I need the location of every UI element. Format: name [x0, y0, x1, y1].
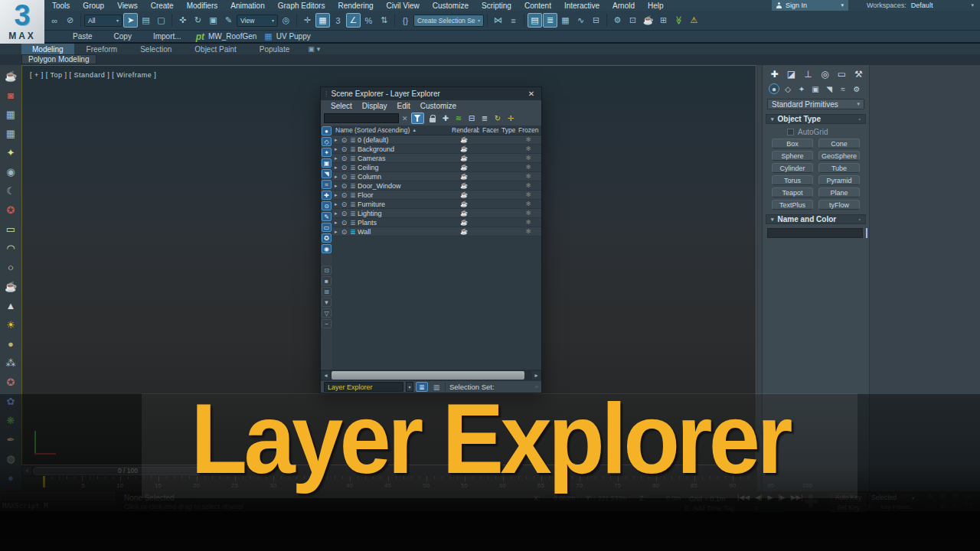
orbit-icon[interactable]: ↻ — [949, 502, 962, 511]
scroll-right-icon[interactable]: ▸ — [532, 371, 541, 380]
chevrons-icon[interactable]: ≫ — [671, 13, 686, 28]
layer-explorer-icon[interactable]: ≣ — [543, 13, 557, 28]
autogrid-checkbox[interactable] — [787, 129, 794, 135]
cat-shapes[interactable]: ◇ — [782, 83, 793, 94]
create-selection-set-dropdown[interactable]: Create Selection Se▾ — [413, 15, 484, 27]
track-bar[interactable]: 5101520253035404550556065707580859095100 — [21, 476, 756, 491]
chevron-down-icon[interactable]: ▾ — [406, 382, 413, 392]
state-sets-icon[interactable]: ⊞ — [656, 13, 671, 28]
menu-modifiers[interactable]: Modifiers — [187, 2, 218, 10]
display-spacewarps-toggle[interactable]: ≈ — [322, 180, 332, 189]
column-header-faces[interactable]: Faces — [479, 126, 498, 135]
move-icon[interactable]: ✜ — [175, 13, 190, 28]
cat-systems[interactable]: ⚙ — [851, 83, 862, 94]
column-header-renderable[interactable]: Renderable — [449, 126, 479, 135]
object-name-field[interactable] — [767, 228, 863, 238]
feather-icon[interactable]: ✒ — [2, 431, 19, 448]
dialog-titlebar[interactable]: ⁞ Scene Explorer - Layer Explorer ✕ — [321, 87, 541, 100]
layer-row-floor[interactable]: ▸⊙≣Floor☕✻ — [332, 191, 541, 200]
frozen-icon[interactable]: ✻ — [515, 136, 541, 143]
cylinder-button[interactable]: Cylinder — [772, 163, 813, 173]
z-field[interactable]: 0.0m — [648, 494, 683, 502]
angle-snap-icon[interactable]: ∠ — [346, 13, 361, 28]
molecule-icon[interactable]: ✪ — [2, 373, 19, 390]
dialog-menu-display[interactable]: Display — [362, 102, 387, 110]
menu-graph-editors[interactable]: Graph Editors — [278, 2, 325, 10]
expand-objects-icon[interactable]: ⊡ — [322, 266, 332, 275]
tab-create[interactable]: ✚ — [769, 69, 780, 80]
zoom-region-icon[interactable]: ▢ — [923, 502, 936, 511]
dialog-menu-customize[interactable]: Customize — [420, 102, 456, 110]
dialog-menu-edit[interactable]: Edit — [397, 102, 410, 110]
time-slider-thumb[interactable]: 0 / 100 — [33, 467, 223, 475]
tab-freeform[interactable]: Freeform — [76, 44, 129, 54]
pivot-center-icon[interactable]: ◎ — [279, 13, 293, 28]
tab-selection[interactable]: Selection — [129, 44, 182, 54]
pyramid-button[interactable]: Pyramid — [818, 175, 860, 185]
roofgen-button[interactable]: pt MW_RoofGen — [196, 31, 257, 42]
lock-layers-icon[interactable] — [427, 112, 439, 124]
expand-arrow-icon[interactable]: ▸ — [332, 146, 340, 152]
renderable-teapot-icon[interactable]: ☕ — [449, 191, 479, 198]
menu-tools[interactable]: Tools — [52, 2, 70, 10]
sphere-button[interactable]: Sphere — [772, 151, 813, 161]
prev-frame-icon[interactable]: ‹ — [23, 467, 31, 475]
display-lights-toggle[interactable]: ✦ — [322, 148, 332, 157]
renderable-teapot-icon[interactable]: ☕ — [449, 173, 479, 180]
cone-button[interactable]: Cone — [818, 139, 860, 148]
next-key-icon[interactable]: |▶ — [778, 494, 785, 501]
geosphere-button[interactable]: GeoSphere — [818, 151, 860, 161]
menu-interactive[interactable]: Interactive — [564, 2, 599, 10]
layer-row-door-window[interactable]: ▸⊙≣Door_Window☕✻ — [332, 181, 541, 191]
key-filters-button[interactable]: Key Filters... — [880, 504, 914, 510]
frozen-icon[interactable]: ✻ — [515, 182, 541, 189]
display-helpers-toggle[interactable]: ◥ — [322, 169, 332, 178]
primitives-dropdown[interactable]: Standard Primitives ▾ — [767, 99, 864, 109]
display-groups-toggle[interactable]: ✚ — [322, 191, 332, 200]
layer-row-background[interactable]: ▸⊙≣Background☕✻ — [332, 145, 541, 154]
menu-views[interactable]: Views — [117, 2, 138, 10]
rotate-icon[interactable]: ↻ — [191, 13, 205, 28]
visibility-eye-icon[interactable]: ⊙ — [340, 201, 348, 208]
manipulate-icon[interactable]: ✛ — [300, 13, 315, 28]
unlink-selection-icon[interactable]: ⊘ — [63, 13, 77, 28]
display-geometry-toggle[interactable]: ● — [322, 126, 332, 135]
expand-arrow-icon[interactable]: ▸ — [332, 210, 340, 217]
cat-lights[interactable]: ✦ — [796, 83, 807, 94]
expand-arrow-icon[interactable]: ▸ — [332, 137, 340, 143]
current-frame-field[interactable]: 0 — [752, 504, 786, 512]
explorer-preset-dropdown[interactable]: Layer Explorer — [324, 382, 403, 392]
current-frame-marker[interactable] — [43, 476, 45, 487]
layer-row-cameras[interactable]: ▸⊙≣Cameras☕✻ — [332, 154, 541, 163]
scrollbar-track[interactable] — [331, 371, 531, 380]
named-selection-sets-icon[interactable]: {} — [398, 13, 413, 28]
key-selection-dropdown[interactable]: Selected ▾ — [868, 493, 917, 502]
visibility-eye-icon[interactable]: ⊙ — [340, 210, 348, 217]
workspaces-dropdown[interactable]: Workspaces: Default ▾ — [862, 0, 980, 11]
x-field[interactable]: 0.002m — [543, 494, 578, 502]
tab-modify[interactable]: ◪ — [786, 69, 797, 80]
light-lister-icon[interactable]: ✦ — [2, 144, 19, 161]
display-shapes-toggle[interactable]: ◇ — [322, 137, 332, 146]
expand-arrow-icon[interactable]: ▸ — [332, 155, 340, 161]
expand-arrow-icon[interactable]: ▸ — [332, 174, 340, 180]
menu-civil-view[interactable]: Civil View — [387, 2, 420, 10]
clear-search-icon[interactable]: ✕ — [402, 115, 408, 122]
box-button[interactable]: Box — [772, 139, 813, 148]
layer-row-lighting[interactable]: ▸⊙≣Lighting☕✻ — [332, 209, 541, 218]
display-visibility-toggle[interactable]: ◉ — [322, 244, 332, 253]
visibility-eye-icon[interactable]: ⊙ — [340, 155, 348, 162]
engine-icon[interactable]: ✪ — [2, 201, 19, 218]
tyflow-button[interactable]: tyFlow — [818, 200, 860, 210]
menu-animation[interactable]: Animation — [230, 2, 264, 10]
zoom-icon[interactable]: ⊕ — [923, 492, 936, 501]
expand-arrow-icon[interactable]: ▸ — [332, 229, 340, 235]
layer-row-wall[interactable]: ▸⊙≣Wall☕✻ — [332, 227, 541, 236]
polygon-modeling-button[interactable]: Polygon Modeling — [21, 54, 96, 64]
keyboard-override-icon[interactable]: ▦ — [315, 13, 330, 28]
frozen-icon[interactable]: ✻ — [515, 145, 541, 152]
grid-table-icon[interactable]: ▦ — [2, 106, 19, 122]
add-selection-to-layer-icon[interactable]: ≋ — [453, 112, 465, 124]
prev-key-icon[interactable]: ◀| — [755, 494, 762, 501]
select-by-name-icon[interactable]: ▤ — [139, 13, 153, 28]
